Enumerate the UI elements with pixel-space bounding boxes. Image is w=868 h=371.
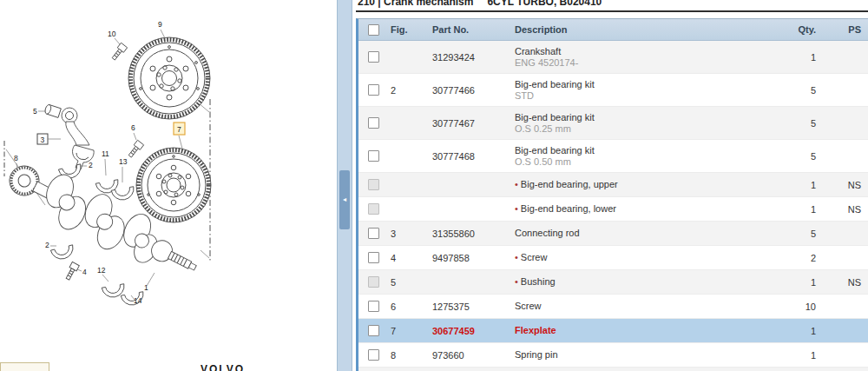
callout-14[interactable]: 14 xyxy=(134,296,142,305)
quantity: 10 xyxy=(786,301,816,312)
description-text: Screw xyxy=(521,252,548,262)
row-checkbox[interactable] xyxy=(368,117,379,129)
table-row[interactable]: 10 30777461 •Main bearing kit 5 xyxy=(358,368,868,371)
fig-number: 4 xyxy=(391,253,432,263)
volvo-logo: VOLVO xyxy=(201,363,245,371)
row-checkbox[interactable] xyxy=(368,51,379,63)
row-checkbox[interactable] xyxy=(368,325,379,336)
part-number: 30677459 xyxy=(432,326,515,336)
callout-8[interactable]: 8 xyxy=(14,154,18,162)
callout-5[interactable]: 5 xyxy=(33,107,37,116)
fig-number: 8 xyxy=(391,350,432,361)
row-checkbox[interactable] xyxy=(368,150,379,162)
fig-number: 7 xyxy=(391,326,432,336)
description-cell: •Big-end bearing, upper xyxy=(515,179,786,190)
table-row[interactable]: 30777467 •Big-end bearing kit O.S 0.25 m… xyxy=(358,107,868,140)
row-checkbox[interactable] xyxy=(368,84,379,96)
row-checkbox[interactable] xyxy=(368,252,379,263)
row-checkbox[interactable] xyxy=(368,228,379,239)
description-subtext: ENG 4520174- xyxy=(515,57,786,69)
row-checkbox[interactable] xyxy=(368,179,379,190)
description-subtext: O.S 0.50 mm xyxy=(515,156,786,168)
table-row[interactable]: 2 30777466 •Big-end bearing kit STD 5 xyxy=(358,74,868,107)
table-row[interactable]: 6 1275375 •Screw 10 xyxy=(358,295,868,319)
description-cell: •Screw xyxy=(515,252,786,263)
description-text: Spring pin xyxy=(515,349,558,360)
col-header-description: Description xyxy=(515,24,786,36)
callout-12[interactable]: 12 xyxy=(97,266,106,275)
ps-flag: NS xyxy=(816,204,868,215)
callout-6[interactable]: 6 xyxy=(131,123,135,132)
ps-flag: NS xyxy=(816,277,868,288)
select-all-checkbox[interactable] xyxy=(368,24,379,36)
panel-splitter: ◂ xyxy=(337,0,352,371)
row-checkbox[interactable] xyxy=(368,349,379,361)
quantity: 1 xyxy=(786,204,816,215)
callout-13[interactable]: 13 xyxy=(119,157,128,166)
description-cell: •Screw xyxy=(515,301,786,312)
description-text: Crankshaft xyxy=(515,46,561,56)
table-row[interactable]: •Big-end bearing, lower 1 NS xyxy=(358,197,868,222)
fig-number: 5 xyxy=(391,277,432,288)
description-cell: •Big-end bearing, lower xyxy=(515,203,786,215)
description-subtext: O.S 0.25 mm xyxy=(515,123,786,135)
parts-table: Fig. Part No. Description Qty. PS 312934… xyxy=(356,18,868,371)
flexplate-drawing xyxy=(136,148,211,222)
table-header-row: Fig. Part No. Description Qty. PS xyxy=(358,19,868,41)
col-header-ps: PS xyxy=(816,24,868,35)
description-text: Screw xyxy=(515,301,542,311)
description-cell: •Crankshaft ENG 4520174- xyxy=(515,46,786,69)
row-checkbox[interactable] xyxy=(368,276,379,288)
table-row[interactable]: 8 973660 •Spring pin 1 xyxy=(358,343,868,368)
col-header-fig: Fig. xyxy=(391,24,432,35)
ps-flag: NS xyxy=(816,180,868,190)
row-checkbox[interactable] xyxy=(368,203,379,215)
col-header-qty: Qty. xyxy=(786,24,816,35)
row-checkbox[interactable] xyxy=(368,301,379,312)
table-row[interactable]: 3 31355860 •Connecting rod 5 xyxy=(358,222,868,246)
quantity: 5 xyxy=(786,118,816,129)
callout-7[interactable]: 7 xyxy=(177,125,181,134)
table-row[interactable]: 31293424 •Crankshaft ENG 4520174- 1 xyxy=(358,41,868,74)
diagram-panel: 10 9 5 3 8 2 11 13 6 7 xyxy=(0,0,337,371)
description-cell: •Spring pin xyxy=(515,349,786,361)
description-text: Big-end bearing kit xyxy=(515,145,595,156)
description-text: Big-end bearing, upper xyxy=(521,179,618,189)
section-title: 210 | Crank mechanism xyxy=(358,0,473,8)
callout-9[interactable]: 9 xyxy=(158,20,162,29)
callout-11[interactable]: 11 xyxy=(102,149,109,158)
crank-mechanism-diagram: 10 9 5 3 8 2 11 13 6 7 xyxy=(0,0,337,371)
description-text: Big-end bearing, lower xyxy=(521,203,616,214)
description-cell: •Connecting rod xyxy=(515,228,786,239)
bushing-drawing xyxy=(44,104,62,118)
callout-3[interactable]: 3 xyxy=(41,136,45,144)
description-cell: •Bushing xyxy=(515,276,786,288)
part-number: 31293424 xyxy=(432,52,515,63)
quantity: 1 xyxy=(786,52,816,63)
fig-number: 2 xyxy=(391,85,432,96)
col-header-part: Part No. xyxy=(432,24,515,35)
quantity: 5 xyxy=(786,151,816,162)
table-row[interactable]: 30777468 •Big-end bearing kit O.S 0.50 m… xyxy=(358,140,868,173)
description-text: Flexplate xyxy=(515,325,556,335)
quantity: 2 xyxy=(786,253,816,263)
description-cell: •Big-end bearing kit O.S 0.50 mm xyxy=(515,145,786,168)
callout-2[interactable]: 2 xyxy=(89,161,93,169)
description-subtext: STD xyxy=(515,90,786,102)
callout-2b[interactable]: 2 xyxy=(45,241,49,249)
table-row[interactable]: 7 30677459 •Flexplate 1 xyxy=(358,319,868,343)
part-number: 30777467 xyxy=(432,118,515,129)
part-number: 30777468 xyxy=(432,151,515,162)
part-number: 9497858 xyxy=(432,253,515,263)
part-number: 1275375 xyxy=(432,301,515,312)
table-row[interactable]: •Big-end bearing, upper 1 NS xyxy=(358,173,868,197)
splitter-collapse-handle[interactable]: ◂ xyxy=(339,170,350,229)
table-row[interactable]: 5 •Bushing 1 NS xyxy=(358,270,868,295)
part-number: 31355860 xyxy=(432,229,515,239)
flywheel-drawing xyxy=(128,37,210,119)
table-row[interactable]: 4 9497858 •Screw 2 xyxy=(358,246,868,270)
callout-10[interactable]: 10 xyxy=(108,30,116,38)
quantity: 1 xyxy=(786,277,816,288)
part-number: 973660 xyxy=(432,350,515,361)
callout-4[interactable]: 4 xyxy=(82,268,87,276)
